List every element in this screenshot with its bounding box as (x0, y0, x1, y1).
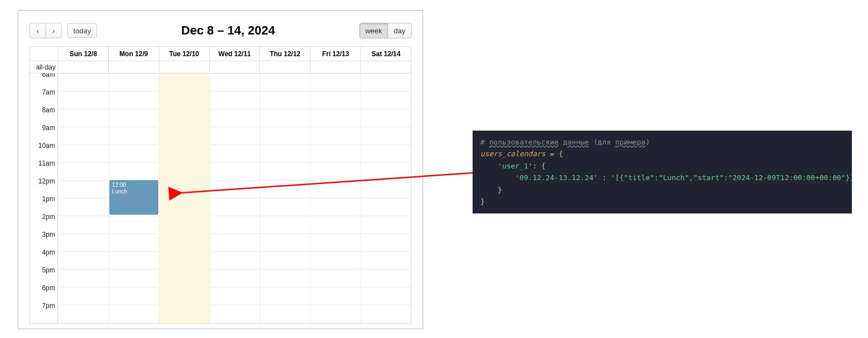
hour-label: 3pm (42, 231, 55, 238)
time-body: 6am7am8am9am10am11am12pm1pm2pm3pm4pm5pm6… (30, 73, 411, 324)
code-text: } (480, 197, 485, 206)
code-text (480, 173, 515, 182)
nav-group: ‹ › (29, 23, 62, 38)
code-text: = { (545, 150, 563, 158)
event-time: 12:00 (112, 182, 155, 188)
day-columns: 12:00Lunch (58, 73, 411, 324)
hour-label: 12pm (38, 177, 55, 185)
day-column[interactable] (209, 73, 260, 324)
next-button[interactable]: › (46, 23, 61, 38)
allday-cell[interactable] (360, 61, 411, 73)
prev-button[interactable]: ‹ (30, 23, 46, 38)
hour-label: 5pm (42, 266, 55, 274)
calendar-toolbar: ‹ › today Dec 8 – 14, 2024 week day (29, 23, 412, 38)
hour-label: 10am (38, 142, 55, 150)
column-headers: Sun 12/8 Mon 12/9 Tue 12/10 Wed 12/11 Th… (30, 47, 411, 61)
allday-cell[interactable] (209, 61, 260, 73)
allday-cell[interactable] (259, 61, 310, 73)
day-header-label: Thu 12/12 (270, 50, 300, 58)
event-title: Lunch (112, 188, 155, 195)
view-day-button[interactable]: day (388, 23, 411, 38)
calendar-title: Dec 8 – 14, 2024 (181, 23, 275, 38)
code-comment: # пользовательские данные (для примера) (480, 138, 650, 146)
day-header[interactable]: Sun 12/8 (58, 47, 108, 61)
code-text: примера (615, 138, 646, 146)
hour-label: 6pm (42, 284, 55, 292)
day-header-label: Wed 12/11 (218, 50, 250, 58)
today-button-label: today (73, 27, 91, 35)
day-column[interactable] (360, 73, 411, 324)
toolbar-left: ‹ › today (29, 23, 97, 38)
view-week-button[interactable]: week (360, 23, 388, 38)
day-column[interactable] (259, 73, 310, 324)
day-header-label: Tue 12/10 (169, 50, 199, 58)
view-day-label: day (394, 27, 405, 35)
hour-label: 9am (42, 124, 55, 132)
day-column[interactable] (310, 73, 360, 324)
chevron-left-icon: ‹ (37, 27, 39, 35)
hour-label: 7am (42, 88, 55, 96)
code-text: (для (589, 138, 615, 146)
axis-spacer (30, 47, 58, 61)
day-header[interactable]: Wed 12/11 (209, 47, 260, 61)
day-column[interactable] (159, 73, 209, 324)
day-header[interactable]: Thu 12/12 (259, 47, 310, 61)
hour-label: 2pm (42, 213, 55, 221)
code-text: 'user_1' (498, 162, 533, 170)
code-text: данные (563, 138, 589, 146)
code-text: ) (645, 138, 650, 146)
code-text: users_calendars (480, 150, 545, 158)
view-week-label: week (365, 27, 382, 35)
today-button[interactable]: today (67, 23, 97, 38)
code-text: '[{"title":"Lunch","start":"2024-12-09T1… (611, 173, 852, 182)
allday-cell[interactable] (58, 61, 108, 73)
day-column[interactable] (58, 73, 108, 324)
calendar-event[interactable]: 12:00Lunch (109, 180, 158, 215)
allday-cell[interactable] (108, 61, 159, 73)
allday-label: all-day (30, 61, 58, 73)
allday-cell[interactable] (310, 61, 360, 73)
code-text: пользовательские (489, 138, 559, 146)
day-header[interactable]: Tue 12/10 (159, 47, 209, 61)
code-text: # (480, 138, 489, 146)
toolbar-right: week day (359, 23, 412, 38)
code-text: '09.12.24-13.12.24' (515, 173, 598, 182)
calendar-panel: ‹ › today Dec 8 – 14, 2024 week day (18, 10, 423, 329)
code-text: : { (533, 162, 545, 170)
view-switch: week day (359, 23, 412, 38)
hour-label: 7pm (42, 302, 55, 310)
code-text: : (598, 173, 610, 182)
code-text: } (480, 186, 502, 194)
day-header[interactable]: Mon 12/9 (108, 47, 159, 61)
day-header-label: Fri 12/13 (322, 50, 349, 58)
day-header[interactable]: Fri 12/13 (310, 47, 360, 61)
hour-label: 4pm (42, 248, 55, 256)
hour-label: 11am (38, 160, 55, 167)
calendar-grid[interactable]: Sun 12/8 Mon 12/9 Tue 12/10 Wed 12/11 Th… (29, 46, 412, 324)
chevron-right-icon: › (52, 27, 54, 35)
day-header-label: Sat 12/14 (372, 50, 400, 58)
time-axis: 6am7am8am9am10am11am12pm1pm2pm3pm4pm5pm6… (30, 73, 58, 324)
hour-label: 1pm (42, 195, 55, 203)
day-header-label: Sun 12/8 (69, 50, 97, 58)
day-header-label: Mon 12/9 (119, 50, 148, 58)
hour-label: 8am (42, 106, 55, 114)
code-panel: # пользовательские данные (для примера) … (473, 131, 852, 213)
day-column[interactable]: 12:00Lunch (108, 73, 159, 324)
allday-cell[interactable] (159, 61, 209, 73)
hour-label: 6am (42, 73, 55, 78)
day-header[interactable]: Sat 12/14 (360, 47, 411, 61)
allday-row: all-day (30, 61, 411, 73)
